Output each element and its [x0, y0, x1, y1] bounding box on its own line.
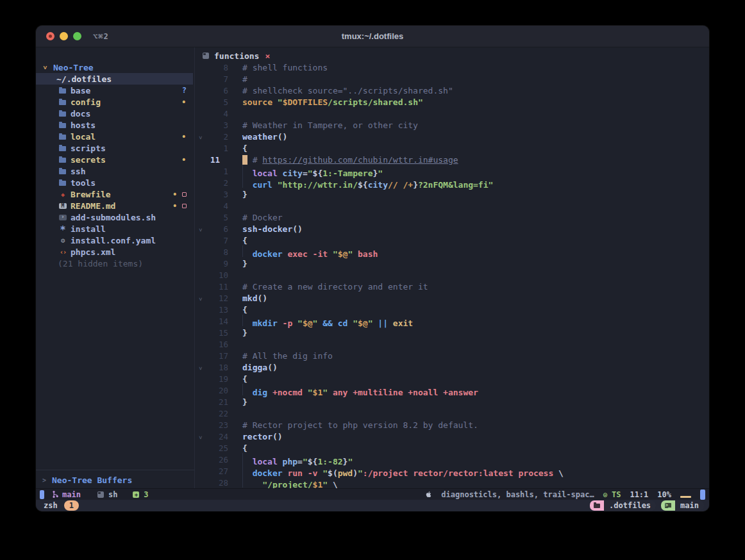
git-added-count: + 3 [133, 490, 148, 499]
code-area[interactable]: 8# shell functions7#6# shellcheck source… [195, 62, 709, 488]
code-line[interactable]: >2weather() [195, 131, 709, 142]
tmux-pane-label: main [675, 500, 704, 511]
code-line[interactable]: 9} [195, 258, 709, 269]
code-line[interactable]: 5source "$DOTFILES/scripts/shared.sh" [195, 96, 709, 108]
file-tree: ~/.dotfilesbase?config•docshostslocal•sc… [36, 73, 194, 269]
line-content: } [228, 328, 247, 338]
line-content: # shellcheck source="../scripts/shared.s… [228, 86, 453, 95]
line-content: } [228, 397, 247, 407]
code-line[interactable]: 19{ [195, 373, 709, 384]
fold-chevron-icon[interactable]: > [195, 224, 206, 234]
code-line[interactable]: 22 [195, 408, 709, 419]
line-number: 4 [206, 201, 228, 211]
treesitter-status: ⊙ TS [603, 490, 621, 499]
code-line[interactable]: 23# Rector project to php version 8.2 by… [195, 419, 709, 431]
code-line[interactable]: 17# All the dig info [195, 350, 709, 361]
folder-icon [59, 144, 67, 152]
code-line[interactable]: >24rector() [195, 431, 709, 442]
code-line[interactable]: 4 [195, 108, 709, 119]
code-line[interactable]: 5# Docker [195, 211, 709, 223]
line-content: # Rector project to php version 8.2 by d… [228, 420, 478, 430]
chevron-right-icon: > [42, 477, 46, 484]
tree-item[interactable]: config• [36, 96, 194, 108]
maximize-button[interactable] [73, 32, 81, 40]
code-line[interactable]: 26local php="${1:-82}" [195, 454, 709, 465]
folder-icon [59, 167, 67, 175]
minimize-button[interactable] [60, 32, 68, 40]
code-line[interactable]: 3} [195, 188, 709, 200]
tree-item[interactable]: hosts [36, 119, 194, 131]
code-line[interactable]: 3# Weather in Tampere, or other city [195, 119, 709, 131]
fold-chevron-icon[interactable]: > [195, 132, 206, 142]
code-line[interactable]: 11# Create a new directory and enter it [195, 281, 709, 292]
tree-item[interactable]: MREADME.md• [36, 200, 194, 211]
code-line[interactable]: 13{ [195, 304, 709, 315]
git-unstaged-icon [182, 192, 187, 197]
line-number: 24 [206, 432, 228, 441]
tree-item[interactable]: ~/.dotfiles [36, 73, 193, 85]
code-line[interactable]: 21} [195, 396, 709, 408]
tmux-statusbar: zsh 1 .dotfiles >_ main [36, 500, 709, 511]
code-line[interactable]: 8docker exec -it "$@" bash [195, 246, 709, 258]
code-line[interactable]: 15} [195, 327, 709, 338]
tree-item[interactable]: local• [36, 131, 194, 142]
folder-icon [59, 86, 67, 94]
tree-item[interactable]: ssh [36, 165, 194, 177]
tree-item[interactable]: base? [36, 85, 194, 96]
tree-item[interactable]: ◆Brewfile• [36, 188, 194, 200]
code-line[interactable]: 1{ [195, 142, 709, 154]
fold-chevron-icon[interactable]: > [195, 363, 206, 372]
close-buffer-icon[interactable]: × [265, 51, 270, 61]
line-content: } [228, 190, 247, 199]
git-status-badges: • [172, 191, 187, 197]
tree-item[interactable]: scripts [36, 142, 194, 154]
cursor-position: 11:1 [630, 490, 648, 499]
line-number: 6 [206, 86, 228, 95]
tree-item[interactable]: (21 hidden items) [36, 258, 194, 269]
code-line[interactable]: 25{ [195, 442, 709, 454]
close-button[interactable] [46, 32, 54, 40]
fold-chevron-icon[interactable]: > [195, 293, 206, 303]
code-line[interactable]: >18digga() [195, 361, 709, 373]
code-line[interactable]: 6# shellcheck source="../scripts/shared.… [195, 85, 709, 96]
filetype-icon [97, 491, 104, 498]
winbar-tab[interactable]: functions × [195, 50, 709, 62]
tree-item[interactable]: ‹›phpcs.xml [36, 246, 194, 258]
code-line[interactable]: 8# shell functions [195, 62, 709, 73]
fold-chevron-icon[interactable]: > [195, 432, 206, 441]
code-line[interactable]: 28 "/project/$1" \ [195, 477, 709, 488]
code-line[interactable]: 1local city="${1:-Tampere}" [195, 165, 709, 177]
tree-item[interactable]: ⚙install.conf.yaml [36, 235, 194, 246]
git-status-badges: • [181, 133, 187, 140]
git-modified-icon: • [181, 156, 187, 163]
code-line[interactable]: 14mkdir -p "$@" && cd "$@" || exit [195, 315, 709, 327]
code-line[interactable]: 11 # https://github.com/chubin/wttr.in#u… [195, 154, 709, 165]
tree-item[interactable]: ›add-submodules.sh [36, 211, 194, 223]
code-line[interactable]: 4 [195, 200, 709, 211]
line-content: curl "http://wttr.in/${city// /+}?2nFQM&… [228, 176, 493, 190]
gear-icon: ⚙ [59, 236, 67, 244]
neotree-buffers-header[interactable]: > Neo-Tree Buffers [36, 474, 194, 486]
code-line[interactable]: 10 [195, 269, 709, 281]
tree-item[interactable]: secrets• [36, 154, 194, 165]
tree-item[interactable]: tools [36, 177, 194, 188]
code-line[interactable]: 20dig +nocmd "$1" any +multiline +noall … [195, 384, 709, 396]
titlebar[interactable]: ⌥⌘2 tmux:~/.dotfiles [36, 26, 709, 47]
neotree-header[interactable]: > Neo-Tree [36, 62, 194, 73]
line-number: 2 [206, 132, 228, 142]
tmux-window-index[interactable]: 1 [64, 500, 79, 511]
code-line[interactable]: 7{ [195, 235, 709, 246]
line-content: dig +nocmd "$1" any +multiline +noall +a… [228, 384, 478, 397]
sidebar-spacer [36, 269, 194, 470]
tree-item[interactable]: docs [36, 108, 194, 119]
code-line[interactable]: >12mkd() [195, 292, 709, 304]
code-line[interactable]: 2curl "http://wttr.in/${city// /+}?2nFQM… [195, 177, 709, 188]
code-line[interactable]: 27docker run -v "$(pwd)":/project rector… [195, 465, 709, 477]
line-number: 23 [206, 420, 228, 430]
titlebar-shortcut: ⌥⌘2 [93, 32, 109, 41]
code-line[interactable]: 7# [195, 73, 709, 85]
sidebar-separator [36, 470, 194, 470]
tree-item[interactable]: *install [36, 223, 194, 235]
code-line[interactable]: 16 [195, 338, 709, 350]
code-line[interactable]: >6ssh-docker() [195, 223, 709, 235]
